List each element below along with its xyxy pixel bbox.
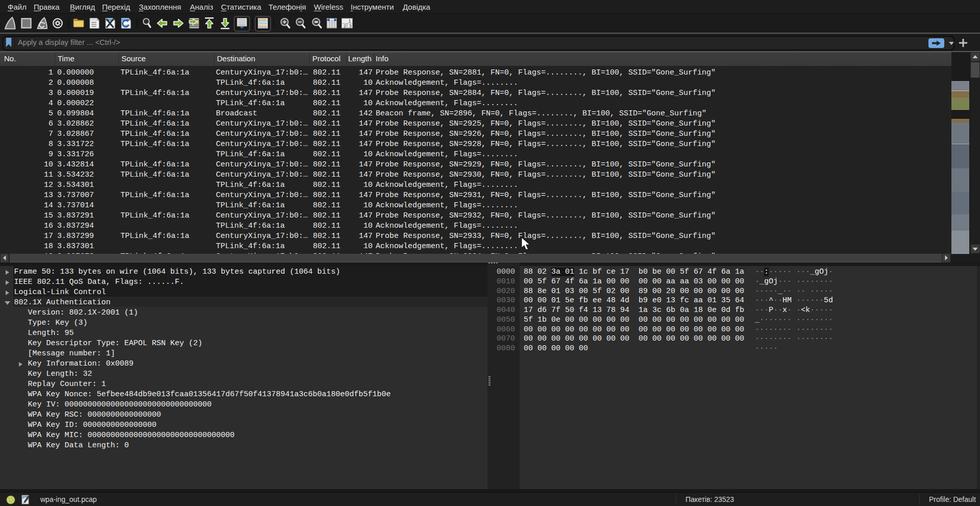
svg-text:2: 2 — [344, 23, 346, 29]
svg-text:3: 3 — [349, 23, 352, 29]
